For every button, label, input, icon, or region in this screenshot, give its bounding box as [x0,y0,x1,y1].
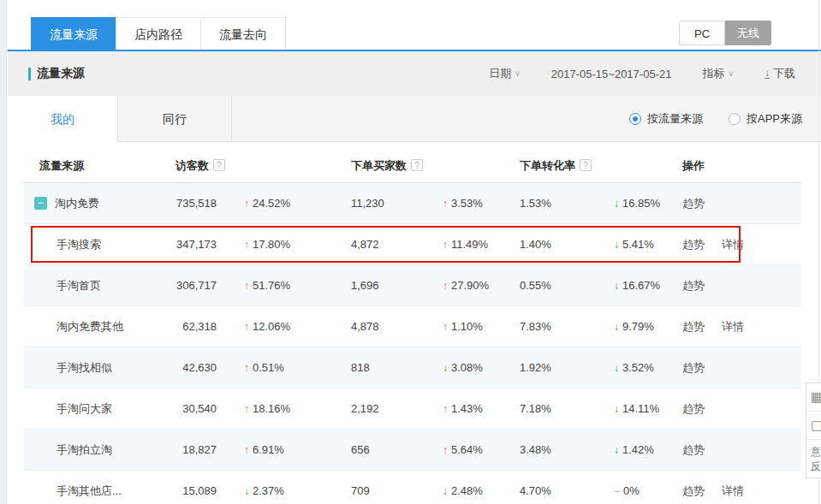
action-cell: 趋势详情 [682,237,801,252]
table-body: −淘内免费735,518↑24.52%11,230↑3.53%1.53%↓16.… [24,183,801,504]
buyers-change-cell: ↓2.48% [415,484,520,497]
metrics-dropdown[interactable]: 指标 ∨ [702,66,734,81]
visitors-change-cell: ↑24.52% [217,197,351,210]
device-toggle: PC 无线 [679,21,771,45]
feedback-vertical-label[interactable]: 意 反 [806,440,821,477]
trend-link[interactable]: 趋势 [682,320,705,333]
action-cell: 趋势详情 [682,483,801,499]
conversion-change-cell: ↓1.42% [586,443,682,456]
buyers-change-cell: ↑1.43% [415,402,520,415]
down-arrow-icon: ↓ [244,485,249,497]
chevron-down-icon: ∨ [728,69,734,78]
conversion-cell: 1.53% [520,197,586,210]
down-arrow-icon: ↓ [443,485,448,497]
source-name-cell: 手淘拍立淘 [34,442,161,458]
buyers-cell: 818 [351,361,415,374]
buyers-change-cell: ↑5.64% [415,443,520,456]
tab-peers[interactable]: 同行 [118,96,232,141]
table-header-row: 流量来源 访客数? 下单买家数? 下单转化率? 操作 [24,149,801,183]
conversion-cell: 1.40% [520,238,586,251]
tab-mine[interactable]: 我的 [8,96,118,142]
toggle-pc[interactable]: PC [679,21,725,45]
up-arrow-icon: ↑ [244,444,249,456]
up-arrow-icon: ↑ [443,444,448,456]
source-name-cell: −淘内免费 [34,196,161,211]
filter-bar: 流量来源 日期 ∨ 2017-05-15~2017-05-21 指标 ∨ ↓ 下… [8,51,821,96]
up-arrow-icon: ↑ [443,321,448,333]
buyers-cell: 656 [351,443,415,456]
up-arrow-icon: ↑ [244,321,249,333]
action-cell: 趋势 [682,442,801,458]
trend-link[interactable]: 趋势 [682,443,705,456]
download-button[interactable]: ↓ 下载 [764,66,795,81]
conversion-cell: 4.70% [520,484,586,497]
trend-link[interactable]: 趋势 [682,238,705,251]
radio-by-traffic-source[interactable]: 按流量来源 [629,111,703,127]
help-icon[interactable]: ? [580,159,592,171]
radio-by-app-source[interactable]: 按APP来源 [729,111,802,127]
trend-link[interactable]: 趋势 [682,197,705,210]
down-arrow-icon: ↓ [614,198,619,210]
up-arrow-icon: ↑ [244,239,249,251]
visitors-cell: 30,540 [161,402,217,415]
down-arrow-icon: ↓ [614,403,619,415]
down-arrow-icon: ↓ [614,444,619,456]
source-name-cell: 手淘问大家 [34,401,161,417]
panel-icon[interactable]: ▢ [806,412,821,440]
table-row: 手淘问大家30,540↑18.16%2,192↑1.43%7.18%↓14.11… [24,388,801,430]
qr-icon[interactable]: ▦ [806,383,821,412]
detail-link[interactable]: 详情 [722,320,744,333]
visitors-change-cell: ↑0.51% [217,361,351,374]
title-accent-bar [28,68,31,80]
collapse-icon[interactable]: − [34,197,47,210]
tab-traffic-destination[interactable]: 流量去向 [200,17,286,50]
traffic-source-table: 流量来源 访客数? 下单买家数? 下单转化率? 操作 −淘内免费735,518↑… [24,149,801,504]
conversion-cell: 7.83% [520,320,586,333]
down-arrow-icon: ↓ [614,362,619,374]
tab-traffic-source[interactable]: 流量来源 [31,17,116,50]
buyers-cell: 2,192 [351,402,415,415]
flat-arrow-icon: − [614,485,620,497]
header-buyers: 下单买家数? [351,158,520,174]
detail-link[interactable]: 详情 [722,238,744,251]
header-visitors: 访客数? [161,158,351,174]
action-cell: 趋势详情 [682,319,801,335]
source-name-cell: 手淘首页 [34,278,161,294]
visitors-cell: 15,089 [161,484,217,497]
date-range-value: 2017-05-15~2017-05-21 [551,68,672,80]
visitors-cell: 347,173 [161,238,217,251]
toggle-wireless[interactable]: 无线 [725,21,771,45]
download-icon: ↓ [764,68,770,79]
header-conversion: 下单转化率? [520,158,682,174]
table-row: 手淘搜索347,173↑17.80%4,872↑11.49%1.40%↓5.41… [24,224,801,265]
visitors-cell: 42,630 [161,361,217,374]
action-cell: 趋势 [682,360,801,376]
detail-link[interactable]: 详情 [722,484,744,497]
help-icon[interactable]: ? [411,159,423,171]
source-name-cell: 手淘其他店... [34,483,161,499]
action-cell: 趋势 [682,196,801,211]
trend-link[interactable]: 趋势 [682,279,705,292]
trend-link[interactable]: 趋势 [682,402,705,415]
trend-link[interactable]: 趋势 [682,484,705,497]
page-left-gutter [0,0,7,504]
table-row: −淘内免费735,518↑24.52%11,230↑3.53%1.53%↓16.… [24,183,801,224]
conversion-change-cell: ↓14.11% [586,402,682,415]
help-icon[interactable]: ? [213,159,225,171]
tab-instore-path[interactable]: 店内路径 [116,17,201,50]
down-arrow-icon: ↓ [443,362,448,374]
source-name-cell: 手淘搜索 [34,237,161,252]
up-arrow-icon: ↑ [244,403,249,415]
trend-link[interactable]: 趋势 [682,361,705,374]
date-dropdown[interactable]: 日期 ∨ [489,66,521,81]
buyers-change-cell: ↑1.10% [415,320,520,333]
buyers-cell: 11,230 [351,197,415,210]
action-cell: 趋势 [682,401,801,417]
up-arrow-icon: ↑ [443,239,448,251]
conversion-cell: 3.48% [520,443,586,456]
buyers-change-cell: ↑27.90% [415,279,520,292]
feedback-side-widget[interactable]: ▦ ▢ 意 反 [806,382,821,478]
conversion-change-cell: ↓16.67% [586,279,682,292]
source-name-cell: 淘内免费其他 [34,319,161,335]
up-arrow-icon: ↑ [443,198,448,210]
